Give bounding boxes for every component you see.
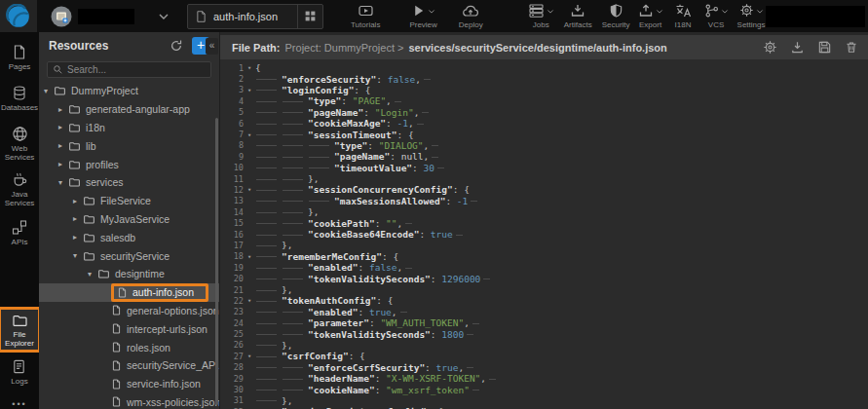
wavemaker-logo[interactable]	[0, 0, 37, 32]
tree-item-label: securityService_API.json	[127, 359, 219, 371]
menu-vcs[interactable]: VCS	[704, 3, 729, 29]
menu-preview[interactable]: Preview	[409, 3, 436, 29]
fold-caret-icon[interactable]: ▾	[244, 296, 255, 305]
fold-caret-icon[interactable]: ▾	[244, 86, 255, 94]
line-number: 30	[224, 385, 244, 394]
fold-gutter	[244, 367, 255, 368]
code-editor[interactable]: 1 ▾ { 2 "enforceSecurity": false, 3 ▾ "l…	[220, 59, 868, 409]
caret-right-icon[interactable]: ▸	[58, 123, 68, 131]
tree-item-generated-angular-app[interactable]: ▸generated-angular-app	[39, 100, 219, 119]
line-number: 2	[224, 74, 244, 84]
tree-item-DummyProject[interactable]: ▾DummyProject	[39, 82, 219, 100]
upload-tray-icon	[638, 3, 654, 19]
tree-item-services[interactable]: ▾services	[39, 173, 219, 192]
grid-icon[interactable]	[297, 5, 322, 28]
tree-item-service-info.json[interactable]: service-info.json	[39, 375, 219, 393]
fold-gutter	[244, 244, 255, 245]
menu-export[interactable]: Export	[638, 3, 663, 29]
caret-right-icon[interactable]: ▸	[73, 214, 83, 223]
coffee-icon	[12, 171, 28, 188]
search-input[interactable]	[67, 64, 194, 75]
tree-item-label: designtime	[115, 268, 165, 279]
file-path-bar: File Path: Project: DummyProject > servi…	[220, 35, 868, 59]
fold-gutter	[244, 400, 255, 401]
tree-item-i18n[interactable]: ▸i18n	[39, 119, 219, 137]
line-number: 4	[224, 96, 244, 106]
rail-item-java-services[interactable]: JavaServices	[5, 171, 35, 207]
tree-item-profiles[interactable]: ▸profiles	[39, 155, 219, 173]
jobs-icon	[528, 3, 545, 19]
file-settings-button[interactable]	[763, 40, 777, 55]
menu-settings[interactable]: Settings	[737, 3, 766, 29]
file-small-icon	[111, 341, 122, 353]
file-delete-button[interactable]	[845, 40, 858, 55]
project-avatar[interactable]	[51, 6, 72, 27]
tree-item-wm-xss-policies.json[interactable]: wm-xss-policies.json	[39, 393, 219, 409]
menu-i18n[interactable]: I18N	[675, 3, 692, 29]
menu-artifacts[interactable]: Artifacts	[564, 3, 592, 29]
code-line: 11 },	[224, 173, 868, 184]
code-line: 10 "timeoutValue": 30	[224, 163, 868, 173]
rail-more-button[interactable]: •••	[12, 399, 26, 409]
rail-item-databases[interactable]: Databases	[1, 85, 38, 112]
caret-down-icon[interactable]: ▾	[88, 270, 97, 279]
caret-right-icon[interactable]: ▸	[58, 105, 68, 114]
tree-item-general-options.json[interactable]: general-options.json	[39, 302, 219, 320]
fold-caret-icon[interactable]: ▾	[244, 185, 255, 194]
editor-area: File Path: Project: DummyProject > servi…	[219, 32, 868, 409]
tree-item-label: services	[86, 176, 124, 188]
tree-item-securityService_API.json[interactable]: securityService_API.json	[39, 356, 219, 375]
file-save-button[interactable]	[817, 40, 832, 55]
tree-item-intercept-urls.json[interactable]: intercept-urls.json	[39, 319, 219, 338]
tree-item-label: profiles	[86, 159, 119, 170]
project-note-icon	[51, 6, 72, 27]
rail-item-pages[interactable]: Pages	[9, 44, 31, 71]
tree-item-designtime[interactable]: ▾designtime	[39, 265, 219, 283]
tree-item-salesdb[interactable]: ▸salesdb	[39, 228, 219, 246]
caret-right-icon[interactable]: ▸	[58, 141, 68, 150]
caret-right-icon[interactable]: ▸	[73, 197, 83, 205]
panel-scrollbar[interactable]	[215, 118, 218, 405]
line-number: 12	[224, 185, 244, 195]
open-file-tab[interactable]: auth-info.json	[187, 4, 323, 29]
menu-tutorials[interactable]: Tutorials	[351, 3, 380, 29]
fold-gutter	[244, 234, 255, 235]
tree-item-roles.json[interactable]: roles.json	[39, 338, 219, 356]
caret-right-icon[interactable]: ▸	[73, 233, 83, 242]
tree-item-MyJavaService[interactable]: ▸MyJavaService	[39, 210, 219, 229]
fold-caret-icon[interactable]: ▾	[244, 130, 255, 139]
fold-caret-icon[interactable]: ▾	[244, 63, 255, 72]
tree-item-label: DummyProject	[71, 85, 138, 96]
rail-item-file-explorer[interactable]: FileExplorer	[0, 307, 41, 353]
file-download-button[interactable]	[790, 40, 805, 55]
fold-gutter	[244, 100, 255, 101]
fold-caret-icon[interactable]: ▾	[244, 352, 255, 360]
tree-item-FileService[interactable]: ▸FileService	[39, 192, 219, 210]
code-line: 25 "tokenValiditySeconds": 1800	[224, 328, 868, 339]
caret-down-icon[interactable]: ▾	[58, 178, 68, 187]
rail-label-apis: APIs	[12, 238, 28, 246]
menu-deploy[interactable]: Deploy	[459, 3, 483, 29]
wave-logo-icon	[6, 4, 31, 29]
caret-right-icon[interactable]: ▸	[58, 160, 68, 168]
rail-item-logs[interactable]: Logs	[11, 358, 27, 386]
fold-caret-icon[interactable]: ▾	[244, 252, 255, 261]
video-icon	[358, 3, 374, 19]
menu-label-vcs: VCS	[708, 20, 724, 29]
tree-item-securityService[interactable]: ▾securityService	[39, 246, 219, 265]
caret-down-icon[interactable]: ▾	[44, 87, 54, 95]
rail-item-apis[interactable]: APIs	[12, 219, 28, 246]
rail-item-web-services[interactable]: WebServices	[5, 126, 35, 162]
caret-down-icon[interactable]: ▾	[73, 251, 83, 260]
project-chevron-down-icon[interactable]	[158, 13, 170, 20]
menu-security[interactable]: Security	[602, 3, 630, 29]
tree-item-auth-info.json[interactable]: auth-info.json	[39, 283, 219, 302]
folder-small-icon	[68, 159, 81, 170]
tree-item-lib[interactable]: ▸lib	[39, 136, 219, 155]
line-number: 6	[224, 119, 244, 129]
menu-jobs[interactable]: Jobs	[528, 3, 554, 29]
code-line: 24 "parameter": "WM_AUTH_TOKEN",	[224, 317, 868, 328]
chevron-down-icon	[428, 9, 435, 15]
panel-collapse-button[interactable]: «	[206, 38, 218, 55]
refresh-icon[interactable]	[170, 39, 183, 53]
